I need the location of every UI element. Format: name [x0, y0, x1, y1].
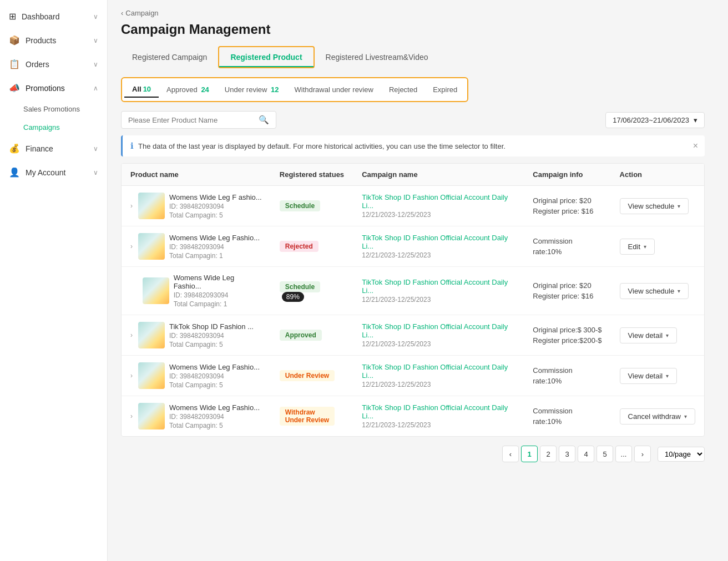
- search-input[interactable]: [128, 116, 259, 124]
- action-button-4[interactable]: View detail ▾: [620, 327, 678, 343]
- pagination-page-4[interactable]: 4: [578, 446, 594, 462]
- status-badge-4: Approved: [280, 330, 322, 341]
- pagination-page-5[interactable]: 5: [596, 446, 613, 462]
- pagination-next[interactable]: ›: [634, 446, 651, 462]
- campaign-link-6[interactable]: TikTok Shop ID Fashion Official Account …: [362, 403, 508, 420]
- expand-arrow[interactable]: ›: [130, 202, 133, 210]
- campaign-link-5[interactable]: TikTok Shop ID Fashion Official Account …: [362, 363, 508, 380]
- info-icon: ℹ: [130, 141, 134, 151]
- product-id-5: ID: 398482093094: [169, 372, 260, 380]
- filter-tab-withdrawal[interactable]: Withdrawal under review: [287, 82, 381, 97]
- action-button-6[interactable]: Cancel withdraw ▾: [620, 408, 695, 424]
- product-name-1: Womens Wide Leg F ashio...: [169, 193, 262, 201]
- campaign-info-cell-1: Original price: $20Register price: $16: [524, 186, 610, 226]
- breadcrumb: ‹ Campaign: [121, 9, 705, 17]
- status-cell-6: WithdrawUnder Review: [271, 396, 353, 437]
- campaign-link-4[interactable]: TikTok Shop ID Fashion Official Account …: [362, 322, 508, 339]
- filter-tab-expired[interactable]: Expired: [425, 82, 465, 97]
- info-banner-close[interactable]: ×: [693, 141, 698, 151]
- expand-arrow[interactable]: ›: [130, 242, 133, 250]
- campaign-date-3: 12/21/2023-12/25/2023: [362, 296, 515, 304]
- pagination-page-3[interactable]: 3: [559, 446, 575, 462]
- expand-arrow[interactable]: ›: [130, 331, 133, 339]
- action-label-2: Edit: [628, 242, 640, 251]
- product-total-campaign-6: Total Campagin: 5: [169, 422, 260, 429]
- products-icon: 📦: [9, 35, 20, 46]
- chevron-down-icon: ∨: [93, 13, 98, 21]
- filter-tab-approved[interactable]: Approved 24: [159, 82, 217, 97]
- product-cell-1: › Womens Wide Leg F ashio... ID: 3984820…: [122, 186, 271, 226]
- col-registered-status: Registered statues: [271, 164, 353, 186]
- campaign-info-text-3: Original price: $20Register price: $16: [533, 281, 593, 301]
- date-range-value: 17/06/2023~21/06/2023: [613, 116, 689, 124]
- action-label-3: View schedule: [628, 287, 675, 295]
- sidebar: ⊞ Dashboard ∨ 📦 Products ∨ 📋 Orders ∨ 📣 …: [0, 0, 108, 561]
- filter-tab-all[interactable]: All10: [124, 82, 159, 98]
- campaign-info-cell-2: Commission rate:10%: [524, 226, 610, 267]
- campaign-link-1[interactable]: TikTok Shop ID Fashion Official Account …: [362, 193, 508, 210]
- sidebar-item-promotions[interactable]: 📣 Promotions ∧: [0, 76, 107, 100]
- col-action: Action: [611, 164, 704, 186]
- product-total-campaign-4: Total Campagin: 5: [169, 341, 254, 348]
- campaign-info-text-4: Original price:$ 300-$Register price:$20…: [533, 326, 601, 345]
- main-content: ‹ Campaign Campaign Management Registere…: [108, 0, 728, 561]
- action-cell-6: Cancel withdraw ▾: [611, 396, 704, 437]
- tab-registered-product[interactable]: Registered Product: [218, 46, 314, 68]
- campaign-name-cell-6: TikTok Shop ID Fashion Official Account …: [353, 396, 524, 437]
- product-thumbnail-4: [138, 322, 165, 348]
- campaign-link-2[interactable]: TikTok Shop ID Fashion Official Account …: [362, 234, 508, 250]
- status-cell-4: Approved: [271, 315, 353, 356]
- product-id-3: ID: 398482093094: [174, 291, 262, 299]
- action-cell-4: View detail ▾: [611, 315, 704, 356]
- product-cell-3: Womens Wide Leg Fashio... ID: 3984820930…: [122, 267, 271, 315]
- expand-arrow[interactable]: ›: [130, 412, 133, 420]
- pagination-page-2[interactable]: 2: [540, 446, 557, 462]
- sidebar-sub-item-sales-promotions[interactable]: Sales Promotions: [0, 100, 107, 118]
- sidebar-item-products[interactable]: 📦 Products ∨: [0, 28, 107, 52]
- action-label-6: Cancel withdraw: [628, 412, 681, 421]
- status-cell-5: Under Review: [271, 356, 353, 396]
- filter-tab-under-review[interactable]: Under review 12: [217, 82, 287, 97]
- campaign-date-4: 12/21/2023-12/25/2023: [362, 340, 515, 348]
- sidebar-item-finance[interactable]: 💰 Finance ∨: [0, 137, 107, 160]
- action-button-2[interactable]: Edit ▾: [620, 239, 655, 255]
- action-chevron-5: ▾: [666, 373, 669, 379]
- pagination-prev[interactable]: ‹: [502, 446, 519, 462]
- sidebar-item-account[interactable]: 👤 My Account ∨: [0, 160, 107, 184]
- action-button-5[interactable]: View detail ▾: [620, 368, 678, 384]
- search-row: 🔍 17/06/2023~21/06/2023 ▾: [121, 111, 705, 129]
- date-range-picker[interactable]: 17/06/2023~21/06/2023 ▾: [605, 112, 705, 128]
- action-button-1[interactable]: View schedule ▾: [620, 198, 689, 214]
- orders-icon: 📋: [9, 59, 20, 69]
- expand-arrow[interactable]: ›: [130, 372, 133, 380]
- tab-registered-campaign[interactable]: Registered Campaign: [121, 46, 218, 68]
- search-box[interactable]: 🔍: [121, 111, 276, 129]
- sidebar-sub-item-campaigns[interactable]: Campaigns: [0, 118, 107, 137]
- tab-registered-livestream[interactable]: Registered Livestream&Video: [315, 46, 439, 68]
- product-cell-6: › Womens Wide Leg Fashio... ID: 39848209…: [122, 396, 271, 437]
- action-label-5: View detail: [628, 372, 663, 380]
- action-button-3[interactable]: View schedule ▾: [620, 283, 689, 299]
- action-chevron-6: ▾: [684, 413, 687, 420]
- sidebar-item-dashboard[interactable]: ⊞ Dashboard ∨: [0, 4, 107, 28]
- product-name-2: Womens Wide Leg Fashio...: [169, 234, 260, 242]
- product-thumbnail-2: [138, 233, 165, 260]
- sidebar-item-orders[interactable]: 📋 Orders ∨: [0, 52, 107, 76]
- campaign-date-5: 12/21/2023-12/25/2023: [362, 381, 515, 388]
- pagination-ellipsis[interactable]: ...: [615, 446, 632, 462]
- per-page-select[interactable]: 10/page 20/page 50/page: [658, 447, 705, 462]
- product-total-campaign-2: Total Campagin: 1: [169, 252, 260, 260]
- pagination-page-1[interactable]: 1: [521, 446, 538, 462]
- chevron-down-icon: ∨: [93, 145, 98, 153]
- filter-tab-rejected[interactable]: Rejected: [381, 82, 425, 97]
- product-id-2: ID: 398482093094: [169, 243, 260, 251]
- campaign-info-cell-3: Original price: $20Register price: $16: [524, 267, 610, 315]
- chevron-down-icon: ∨: [93, 60, 98, 68]
- table-row: › Womens Wide Leg Fashio... ID: 39848209…: [122, 226, 704, 267]
- pagination: ‹ 1 2 3 4 5 ... › 10/page 20/page 50/pag…: [121, 437, 705, 471]
- campaign-info-text-1: Original price: $20Register price: $16: [533, 196, 593, 216]
- product-cell-5: › Womens Wide Leg Fashio... ID: 39848209…: [122, 356, 271, 396]
- campaign-link-3[interactable]: TikTok Shop ID Fashion Official Account …: [362, 278, 508, 295]
- col-product-name: Product name: [122, 164, 271, 186]
- breadcrumb-parent[interactable]: Campaign: [125, 9, 158, 17]
